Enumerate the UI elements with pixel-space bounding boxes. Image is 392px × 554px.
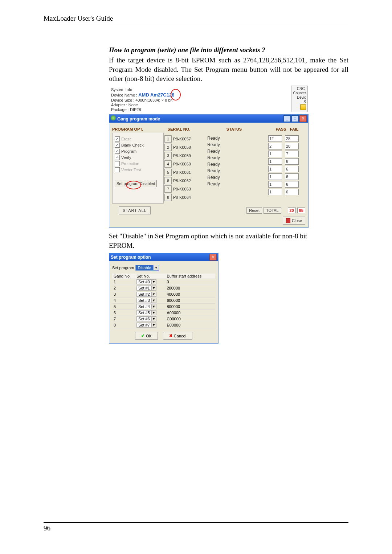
paragraph-2b: EPROM. <box>109 241 348 250</box>
counter-l1: CRC- <box>293 87 306 91</box>
vector-checkbox[interactable] <box>115 167 120 172</box>
set-combo-6[interactable]: Set #5▼ <box>136 310 156 315</box>
cancel-button[interactable]: ✖Cancel <box>163 332 192 340</box>
paragraph-1: If the target device is 8-bit EPROM such… <box>109 56 348 83</box>
addr-8: E00000 <box>165 322 215 328</box>
socket-7-button[interactable]: 7 <box>164 185 172 193</box>
cell-g7: 7 <box>112 316 135 322</box>
set-combo-3[interactable]: Set #2▼ <box>136 292 156 297</box>
reset-button[interactable]: Reset <box>246 207 262 214</box>
warning-icon <box>300 104 306 110</box>
dialog-close-button[interactable]: × <box>209 254 217 260</box>
serial-1: P8-K0057 <box>173 137 191 141</box>
status-1: Ready <box>207 136 266 141</box>
cell-g1: 1 <box>112 279 135 285</box>
chevron-down-icon: ▼ <box>151 311 156 315</box>
cell-g8: 8 <box>112 322 135 328</box>
status-4: Ready <box>207 155 266 160</box>
pass-8: 1 <box>268 189 282 195</box>
maximize-button[interactable]: □ <box>291 115 299 122</box>
addr-4: 600000 <box>165 297 215 304</box>
counter-l3: Devic <box>293 95 306 100</box>
fail-4: 6 <box>285 158 299 165</box>
protection-checkbox[interactable] <box>115 161 120 166</box>
addr-3: 400000 <box>165 291 215 297</box>
addr-1: 0 <box>165 279 215 285</box>
cancel-label: Cancel <box>174 334 186 338</box>
status-5: Ready <box>207 162 266 167</box>
blank-checkbox[interactable] <box>115 143 120 148</box>
th-addr: Buffer start address <box>165 274 215 279</box>
socket-8-button[interactable]: 8 <box>164 194 172 201</box>
dialog-title: Set program option <box>111 255 151 260</box>
socket-2-button[interactable]: 2 <box>164 144 172 151</box>
socket-1-button[interactable]: 1 <box>164 135 172 143</box>
socket-3-button[interactable]: 3 <box>164 152 172 159</box>
adapter: Adapter : None <box>111 103 306 107</box>
verify-checkbox[interactable] <box>115 155 120 160</box>
col-header-pass: PASS <box>276 127 286 131</box>
fail-8: 6 <box>285 189 299 195</box>
doc-header: MaxLoader User's Guide <box>44 15 113 22</box>
cell-g6: 6 <box>112 310 135 316</box>
system-info-panel: System Info Device Name : AMD Am27C128 D… <box>109 86 309 114</box>
paragraph-2a: Set "Disable" in Set Program option whic… <box>109 231 348 241</box>
total-fail: 85 <box>297 208 305 213</box>
counter-panel: CRC- Counter Devic S <box>291 86 308 112</box>
system-info-label: System Info <box>111 87 306 92</box>
program-checkbox[interactable] <box>115 149 120 154</box>
serial-3: P8-K0059 <box>173 153 191 158</box>
socket-6-button[interactable]: 6 <box>164 177 172 184</box>
chevron-down-icon: ▼ <box>153 265 159 270</box>
set-program-value: Disable <box>136 265 154 270</box>
set-val-8: Set #7 <box>137 323 151 327</box>
set-combo-1[interactable]: Set #0▼ <box>136 279 156 284</box>
chevron-down-icon: ▼ <box>151 304 156 309</box>
set-val-6: Set #5 <box>137 311 151 315</box>
counter-l4: S <box>293 100 306 104</box>
status-column: Ready Ready Ready Ready Ready Ready Read… <box>206 133 268 204</box>
socket-4-button[interactable]: 4 <box>164 160 172 168</box>
set-program-dialog: Set program option × Set program Disable… <box>109 253 219 344</box>
start-all-button[interactable]: START ALL <box>119 206 151 214</box>
verify-label: Verify <box>121 155 131 160</box>
set-val-4: Set #3 <box>137 298 151 303</box>
ok-label: OK <box>146 334 152 338</box>
serial-2: P8-K0058 <box>173 145 191 149</box>
fail-3: 7 <box>285 151 299 157</box>
set-program-combo[interactable]: Disable ▼ <box>135 265 159 271</box>
close-button[interactable]: Close <box>283 217 305 225</box>
col-header-status: STATUS <box>199 127 269 131</box>
close-label: Close <box>292 218 302 223</box>
socket-5-button[interactable]: 5 <box>164 169 172 176</box>
status-7: Ready <box>207 175 266 180</box>
cell-g5: 5 <box>112 304 135 310</box>
set-combo-2[interactable]: Set #1▼ <box>136 286 156 291</box>
set-val-5: Set #4 <box>137 304 151 309</box>
chevron-down-icon: ▼ <box>151 286 156 290</box>
pass-5: 1 <box>268 166 282 172</box>
ok-button[interactable]: ✔OK <box>135 332 158 340</box>
serial-8: P8-K0064 <box>173 195 191 200</box>
erase-checkbox[interactable] <box>115 136 120 141</box>
gang-title: Gang program mode <box>117 116 160 122</box>
set-program-button[interactable]: Set program:Disabled <box>115 180 157 187</box>
status-2: Ready <box>207 142 266 147</box>
page-number: 96 <box>44 524 50 532</box>
close-window-button[interactable]: × <box>299 115 307 122</box>
th-set: Set No. <box>135 274 166 279</box>
set-combo-5[interactable]: Set #4▼ <box>136 304 156 309</box>
section-heading: How to program (write) one file into dif… <box>109 46 348 54</box>
chevron-down-icon: ▼ <box>151 292 156 296</box>
gang-window: Gang program mode _ □ × PROGRAM OPT. SER… <box>109 114 309 228</box>
minimize-button[interactable]: _ <box>283 115 291 122</box>
set-combo-4[interactable]: Set #3▼ <box>136 298 156 303</box>
set-combo-8[interactable]: Set #7▼ <box>136 323 156 328</box>
set-combo-7[interactable]: Set #6▼ <box>136 316 156 321</box>
total-label: TOTAL <box>264 207 281 214</box>
pass-3: 1 <box>268 151 282 157</box>
device-size: Device Size : 4000h(16384) × 8 bit <box>111 98 306 102</box>
chevron-down-icon: ▼ <box>151 317 156 321</box>
pass-1: 12 <box>268 135 282 142</box>
cell-g2: 2 <box>112 285 135 291</box>
